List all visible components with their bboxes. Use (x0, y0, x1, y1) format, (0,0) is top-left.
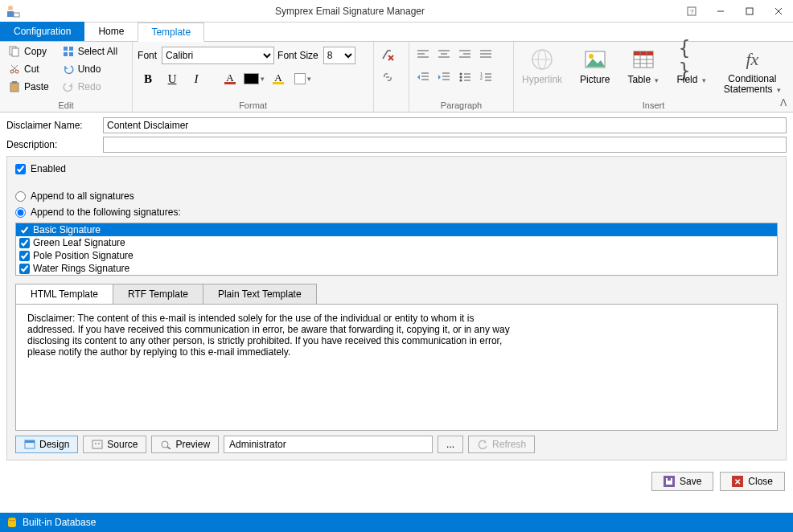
align-justify-button[interactable] (477, 47, 495, 63)
svg-point-0 (8, 6, 13, 10)
svg-rect-64 (25, 440, 35, 443)
refresh-button[interactable]: Refresh (468, 436, 535, 453)
browse-user-button[interactable]: ... (438, 436, 463, 453)
svg-rect-65 (92, 440, 102, 448)
align-right-button[interactable] (456, 47, 474, 63)
field-button[interactable]: { } Field ▾ (673, 45, 709, 87)
hyperlink-label: Hyperlink (522, 74, 562, 85)
insert-link-button[interactable] (379, 69, 396, 85)
sig-checkbox[interactable] (19, 251, 30, 261)
list-item[interactable]: Basic Signature (16, 223, 777, 236)
tab-home[interactable]: Home (84, 22, 138, 41)
tab-rtf-template[interactable]: RTF Template (113, 284, 203, 304)
font-select[interactable]: Calibri (162, 47, 274, 64)
svg-rect-10 (12, 48, 18, 56)
svg-rect-71 (668, 478, 671, 481)
help-button[interactable]: ? (677, 0, 706, 23)
svg-rect-18 (69, 47, 73, 51)
undo-button[interactable]: Undo (59, 61, 121, 77)
svg-rect-6 (746, 8, 753, 14)
design-label: Design (39, 439, 69, 450)
design-button[interactable]: Design (15, 436, 78, 453)
bullet-list-button[interactable] (456, 69, 474, 85)
disclaimer-name-input[interactable] (103, 117, 787, 133)
back-color-button[interactable]: ▾ (244, 69, 265, 88)
tab-configuration[interactable]: Configuration (0, 22, 84, 41)
number-list-button[interactable]: 12 (477, 69, 495, 85)
cut-icon (8, 63, 21, 76)
copy-button[interactable]: Copy (5, 43, 52, 59)
copy-icon (8, 45, 21, 58)
close-window-button[interactable] (764, 0, 793, 23)
close-button[interactable]: ✕Close (720, 472, 785, 491)
cut-button[interactable]: Cut (5, 61, 52, 77)
picture-button[interactable]: Picture (577, 45, 613, 87)
save-button[interactable]: Save (651, 472, 713, 491)
font-color-button[interactable]: A (220, 69, 240, 88)
highlight-color-button[interactable]: ▾ (292, 69, 313, 88)
svg-point-43 (460, 80, 462, 82)
table-icon (631, 47, 656, 72)
preview-button[interactable]: Preview (151, 436, 219, 453)
sig-checkbox[interactable] (19, 264, 30, 274)
outdent-button[interactable] (414, 69, 432, 85)
design-icon (24, 440, 35, 449)
sig-checkbox[interactable] (19, 238, 30, 248)
underline-button[interactable]: U (162, 69, 183, 88)
list-item[interactable]: Water Rings Signature (16, 262, 777, 275)
sig-checkbox[interactable] (19, 225, 30, 235)
table-button[interactable]: Table ▾ (624, 45, 662, 87)
indent-button[interactable] (435, 69, 453, 85)
list-item[interactable]: Pole Position Signature (16, 249, 777, 262)
save-icon (664, 476, 675, 487)
clear-formatting-button[interactable] (379, 47, 396, 63)
svg-rect-1 (7, 11, 14, 17)
ribbon-group-tools (374, 42, 409, 112)
group-label-edit: Edit (5, 99, 127, 112)
align-center-button[interactable] (435, 47, 453, 63)
app-icon (3, 2, 23, 21)
paste-label: Paste (24, 81, 49, 92)
description-input[interactable] (103, 137, 787, 153)
ribbon-group-paragraph: 12 Paragraph (409, 42, 514, 112)
italic-button[interactable]: I (186, 69, 207, 88)
svg-point-41 (460, 73, 462, 76)
template-editor[interactable]: Disclaimer: The content of this e-mail i… (15, 304, 778, 431)
maximize-button[interactable] (735, 0, 764, 23)
minimize-button[interactable] (706, 0, 735, 23)
undo-label: Undo (78, 63, 101, 75)
select-all-button[interactable]: Select All (59, 43, 121, 59)
tab-template[interactable]: Template (138, 23, 204, 42)
svg-rect-2 (14, 13, 19, 17)
redo-icon (62, 80, 75, 93)
list-item[interactable]: Green Leaf Signature (16, 236, 777, 249)
field-label: Field ▾ (676, 74, 705, 85)
enabled-checkbox[interactable] (15, 164, 26, 174)
picture-icon (582, 47, 608, 72)
source-button[interactable]: Source (83, 436, 146, 453)
highlight-button[interactable]: A (268, 69, 289, 88)
preview-label: Preview (175, 439, 210, 450)
settings-panel: Enabled Append to all signatures Append … (6, 156, 787, 460)
redo-label: Redo (78, 81, 101, 92)
hyperlink-button[interactable]: Hyperlink (519, 45, 565, 87)
tab-html-template[interactable]: HTML Template (15, 284, 113, 304)
svg-rect-20 (69, 52, 73, 56)
svg-point-67 (98, 443, 100, 444)
conditional-button[interactable]: fx ConditionalStatements ▾ (721, 45, 784, 96)
collapse-ribbon-button[interactable]: ᐱ (780, 97, 787, 108)
preview-user-field[interactable] (224, 436, 433, 453)
append-following-radio[interactable] (15, 207, 26, 218)
svg-rect-15 (10, 83, 18, 92)
close-label: Close (748, 476, 773, 487)
paste-button[interactable]: Paste (5, 79, 52, 95)
append-all-radio[interactable] (15, 191, 26, 202)
tab-plain-template[interactable]: Plain Text Template (203, 284, 317, 304)
font-size-label: Font Size (277, 50, 318, 61)
bold-button[interactable]: B (138, 69, 158, 88)
svg-rect-16 (12, 81, 17, 84)
picture-label: Picture (580, 74, 610, 85)
redo-button[interactable]: Redo (59, 79, 121, 95)
align-left-button[interactable] (414, 47, 432, 63)
font-size-select[interactable]: 8 (323, 47, 355, 64)
